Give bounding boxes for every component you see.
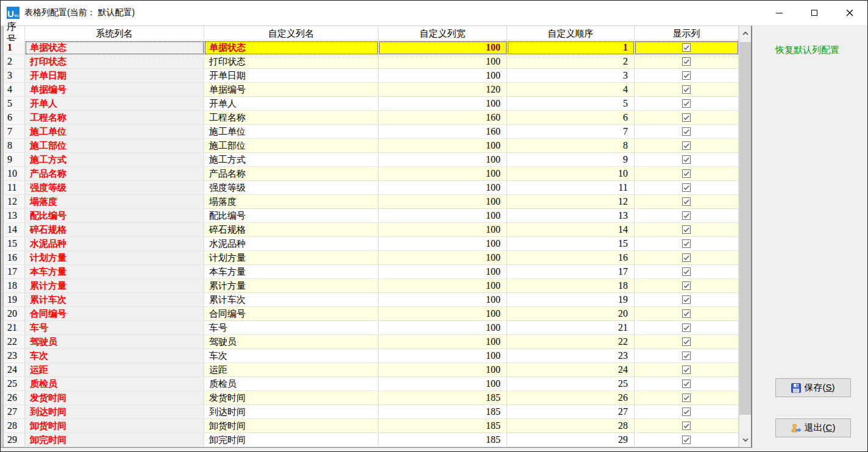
visible-checkbox[interactable] bbox=[682, 408, 691, 416]
visible-column-cell[interactable] bbox=[635, 321, 739, 335]
maximize-button[interactable] bbox=[797, 1, 832, 25]
custom-column-name-cell[interactable]: 开单日期 bbox=[204, 69, 379, 83]
custom-width-cell[interactable]: 185 bbox=[379, 433, 507, 447]
table-row[interactable]: 19 累计车次 累计车次 100 19 bbox=[4, 293, 739, 307]
custom-order-cell[interactable]: 3 bbox=[507, 69, 635, 83]
system-column-name-cell[interactable]: 车号 bbox=[25, 321, 204, 335]
custom-width-cell[interactable]: 100 bbox=[379, 195, 507, 209]
table-row[interactable]: 1 单据状态 单据状态 100 1 bbox=[4, 41, 739, 55]
custom-column-name-cell[interactable]: 驾驶员 bbox=[204, 335, 379, 349]
row-number-cell[interactable]: 11 bbox=[4, 181, 25, 195]
row-number-cell[interactable]: 28 bbox=[4, 419, 25, 433]
custom-column-name-cell[interactable]: 到达时间 bbox=[204, 405, 379, 419]
table-row[interactable]: 28 卸货时间 卸货时间 185 28 bbox=[4, 419, 739, 433]
row-number-cell[interactable]: 1 bbox=[4, 41, 25, 55]
custom-width-cell[interactable]: 100 bbox=[379, 335, 507, 349]
table-row[interactable]: 9 施工方式 施工方式 100 9 bbox=[4, 153, 739, 167]
custom-width-cell[interactable]: 160 bbox=[379, 125, 507, 139]
table-row[interactable]: 6 工程名称 工程名称 160 6 bbox=[4, 111, 739, 125]
visible-column-cell[interactable] bbox=[635, 433, 739, 447]
visible-checkbox[interactable] bbox=[682, 225, 691, 234]
close-button[interactable] bbox=[832, 1, 867, 25]
table-row[interactable]: 17 本车方量 本车方量 100 17 bbox=[4, 265, 739, 279]
scrollbar-thumb[interactable] bbox=[739, 42, 751, 415]
visible-checkbox[interactable] bbox=[682, 295, 691, 304]
visible-column-cell[interactable] bbox=[635, 405, 739, 419]
system-column-name-cell[interactable]: 单据编号 bbox=[25, 83, 204, 97]
custom-width-cell[interactable]: 100 bbox=[379, 307, 507, 321]
custom-order-cell[interactable]: 18 bbox=[507, 279, 635, 293]
system-column-name-cell[interactable]: 单据状态 bbox=[25, 41, 204, 55]
row-number-cell[interactable]: 9 bbox=[4, 153, 25, 167]
custom-order-cell[interactable]: 22 bbox=[507, 335, 635, 349]
custom-width-cell[interactable]: 100 bbox=[379, 237, 507, 251]
custom-order-cell[interactable]: 21 bbox=[507, 321, 635, 335]
system-column-name-cell[interactable]: 质检员 bbox=[25, 377, 204, 391]
visible-column-cell[interactable] bbox=[635, 69, 739, 83]
row-number-cell[interactable]: 16 bbox=[4, 251, 25, 265]
custom-order-cell[interactable]: 16 bbox=[507, 251, 635, 265]
save-button[interactable]: 保存(S) bbox=[775, 378, 851, 397]
row-number-cell[interactable]: 17 bbox=[4, 265, 25, 279]
restore-default-link[interactable]: 恢复默认列配置 bbox=[775, 44, 839, 56]
visible-column-cell[interactable] bbox=[635, 237, 739, 251]
custom-order-cell[interactable]: 27 bbox=[507, 405, 635, 419]
table-row[interactable]: 13 配比编号 配比编号 100 13 bbox=[4, 209, 739, 223]
system-column-name-cell[interactable]: 计划方量 bbox=[25, 251, 204, 265]
custom-width-cell[interactable]: 100 bbox=[379, 377, 507, 391]
custom-column-name-cell[interactable]: 工程名称 bbox=[204, 111, 379, 125]
table-row[interactable]: 20 合同编号 合同编号 100 20 bbox=[4, 307, 739, 321]
table-row[interactable]: 26 发货时间 发货时间 185 26 bbox=[4, 391, 739, 405]
visible-column-cell[interactable] bbox=[635, 111, 739, 125]
visible-column-cell[interactable] bbox=[635, 223, 739, 237]
system-column-name-cell[interactable]: 施工单位 bbox=[25, 125, 204, 139]
custom-width-cell[interactable]: 120 bbox=[379, 83, 507, 97]
visible-column-cell[interactable] bbox=[635, 391, 739, 405]
visible-checkbox[interactable] bbox=[682, 281, 691, 290]
table-row[interactable]: 4 单据编号 单据编号 120 4 bbox=[4, 83, 739, 97]
visible-checkbox[interactable] bbox=[682, 309, 691, 318]
visible-column-cell[interactable] bbox=[635, 419, 739, 433]
custom-width-cell[interactable]: 100 bbox=[379, 265, 507, 279]
visible-checkbox[interactable] bbox=[682, 141, 691, 150]
custom-column-name-cell[interactable]: 累计方量 bbox=[204, 279, 379, 293]
custom-order-cell[interactable]: 7 bbox=[507, 125, 635, 139]
row-number-cell[interactable]: 7 bbox=[4, 125, 25, 139]
custom-column-name-cell[interactable]: 累计车次 bbox=[204, 293, 379, 307]
row-number-cell[interactable]: 3 bbox=[4, 69, 25, 83]
custom-width-cell[interactable]: 185 bbox=[379, 419, 507, 433]
scroll-up-button[interactable] bbox=[739, 26, 751, 41]
table-row[interactable]: 24 运距 运距 100 24 bbox=[4, 363, 739, 377]
system-column-name-cell[interactable]: 打印状态 bbox=[25, 55, 204, 69]
visible-column-cell[interactable] bbox=[635, 251, 739, 265]
system-column-name-cell[interactable]: 碎石规格 bbox=[25, 223, 204, 237]
custom-column-name-cell[interactable]: 单据状态 bbox=[204, 41, 379, 55]
table-row[interactable]: 22 驾驶员 驾驶员 100 22 bbox=[4, 335, 739, 349]
system-column-name-cell[interactable]: 开单日期 bbox=[25, 69, 204, 83]
visible-checkbox[interactable] bbox=[682, 183, 691, 192]
visible-checkbox[interactable] bbox=[682, 127, 691, 136]
custom-width-cell[interactable]: 100 bbox=[379, 251, 507, 265]
visible-checkbox[interactable] bbox=[682, 211, 691, 220]
table-row[interactable]: 27 到达时间 到达时间 185 27 bbox=[4, 405, 739, 419]
custom-width-cell[interactable]: 100 bbox=[379, 139, 507, 153]
visible-checkbox[interactable] bbox=[682, 169, 691, 178]
system-column-name-cell[interactable]: 工程名称 bbox=[25, 111, 204, 125]
table-row[interactable]: 10 产品名称 产品名称 100 10 bbox=[4, 167, 739, 181]
row-number-cell[interactable]: 19 bbox=[4, 293, 25, 307]
visible-checkbox[interactable] bbox=[682, 394, 691, 402]
custom-width-cell[interactable]: 185 bbox=[379, 391, 507, 405]
visible-checkbox[interactable] bbox=[682, 155, 691, 164]
custom-order-cell[interactable]: 11 bbox=[507, 181, 635, 195]
system-column-name-cell[interactable]: 卸完时间 bbox=[25, 433, 204, 447]
system-column-name-cell[interactable]: 配比编号 bbox=[25, 209, 204, 223]
row-number-cell[interactable]: 10 bbox=[4, 167, 25, 181]
visible-column-cell[interactable] bbox=[635, 83, 739, 97]
visible-column-cell[interactable] bbox=[635, 55, 739, 69]
system-column-name-cell[interactable]: 塌落度 bbox=[25, 195, 204, 209]
custom-column-name-cell[interactable]: 施工单位 bbox=[204, 125, 379, 139]
visible-checkbox[interactable] bbox=[682, 197, 691, 206]
custom-width-cell[interactable]: 100 bbox=[379, 209, 507, 223]
row-number-cell[interactable]: 18 bbox=[4, 279, 25, 293]
visible-checkbox[interactable] bbox=[682, 422, 691, 430]
